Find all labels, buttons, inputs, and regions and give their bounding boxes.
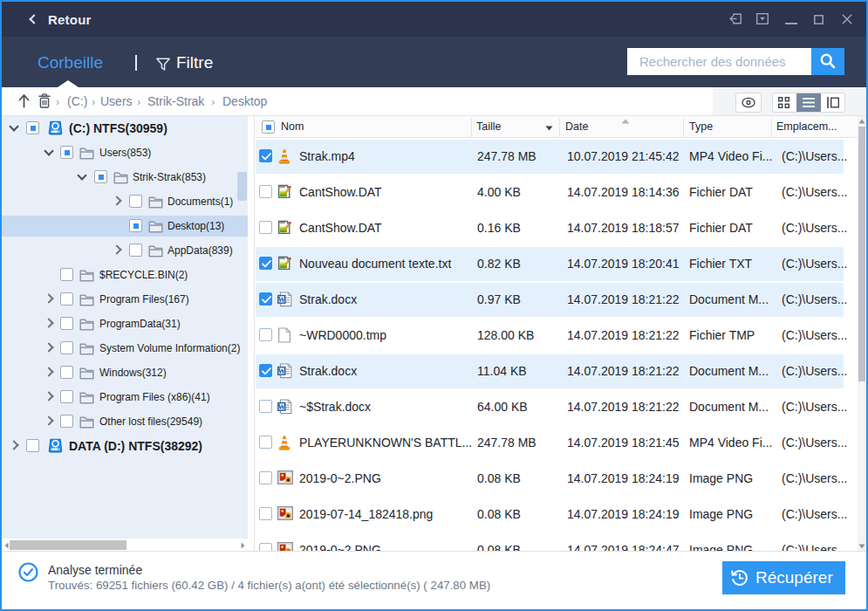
svg-text:W: W — [278, 402, 286, 411]
svg-text:W: W — [278, 295, 286, 304]
svg-text:W: W — [278, 367, 286, 375]
